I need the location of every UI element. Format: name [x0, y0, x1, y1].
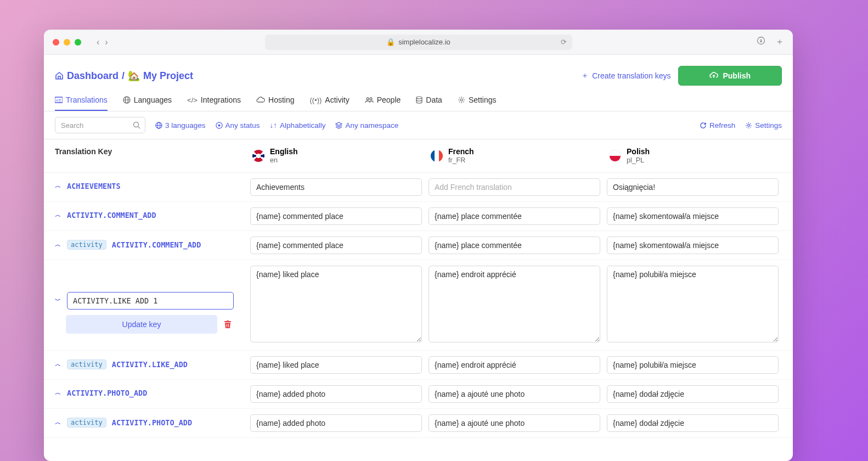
translation-en-input[interactable]: [250, 414, 422, 432]
flag-en-icon: [252, 150, 264, 162]
update-key-button[interactable]: Update key: [66, 315, 217, 334]
breadcrumb: Dashboard / 🏡 My Project: [55, 70, 193, 82]
translation-pl-input[interactable]: [607, 385, 779, 403]
chevron-up-icon[interactable]: ︿: [55, 211, 61, 219]
translation-pl-input[interactable]: [607, 356, 779, 374]
cloud-icon: [256, 97, 265, 103]
translation-pl-input[interactable]: [607, 414, 779, 432]
globe-icon: [123, 96, 131, 104]
translation-fr-input[interactable]: [429, 356, 600, 374]
tabs: A文 Translations Languages </> Integratio…: [44, 90, 793, 111]
filter-languages[interactable]: 3 languages: [155, 121, 206, 130]
tab-settings[interactable]: Settings: [458, 95, 497, 111]
breadcrumb-project[interactable]: My Project: [143, 70, 193, 82]
chevron-up-icon[interactable]: ︿: [55, 182, 61, 190]
broadcast-icon: ((•)): [309, 96, 322, 104]
translation-fr-textarea[interactable]: [429, 266, 600, 342]
project-emoji: 🏡: [128, 70, 140, 82]
publish-button[interactable]: Publish: [678, 66, 782, 86]
url-bar[interactable]: 🔒 simplelocalize.io ⟳: [265, 35, 572, 50]
translation-fr-input[interactable]: [429, 237, 600, 254]
table-row: ︿ ACTIVITY.PHOTO_ADD: [44, 380, 793, 409]
namespace-badge: activity: [67, 240, 106, 250]
key-name-input[interactable]: [67, 292, 234, 310]
new-tab-icon[interactable]: ＋: [775, 36, 784, 48]
key-cell[interactable]: ︿ ACHIEVEMENTS: [55, 178, 247, 190]
gear-icon: [745, 122, 752, 129]
key-cell[interactable]: ︿ activity ACTIVITY.PHOTO_ADD: [55, 414, 247, 428]
key-cell[interactable]: ︿ ACTIVITY.COMMENT_ADD: [55, 207, 247, 220]
translation-en-input[interactable]: [250, 356, 422, 374]
chevron-up-icon[interactable]: ︿: [55, 360, 61, 368]
sort-icon: ↓↑: [270, 121, 278, 130]
tab-people[interactable]: People: [365, 95, 401, 111]
flag-pl-icon: [609, 150, 621, 162]
tab-translations[interactable]: A文 Translations: [55, 95, 108, 111]
key-cell[interactable]: ︿ ACTIVITY.PHOTO_ADD: [55, 385, 247, 397]
key-cell-editing: ﹀ Update key: [55, 266, 247, 345]
settings-button[interactable]: Settings: [745, 121, 782, 130]
search-input[interactable]: Search: [55, 117, 145, 133]
translation-pl-input[interactable]: [607, 237, 779, 254]
translation-pl-textarea[interactable]: [607, 266, 779, 342]
table-row: ︿ ACTIVITY.COMMENT_ADD: [44, 202, 793, 231]
home-icon[interactable]: [55, 71, 64, 80]
key-cell[interactable]: ︿ activity ACTIVITY.LIKE_ADD: [55, 356, 247, 369]
filter-bar: Search 3 languages Any status ↓↑ Alphabe…: [44, 111, 793, 139]
translation-en-input[interactable]: [250, 385, 422, 403]
filter-sort[interactable]: ↓↑ Alphabetically: [270, 121, 326, 130]
browser-titlebar: ‹ › 🔒 simplelocalize.io ⟳ ＋: [44, 30, 793, 55]
plus-icon: ＋: [581, 71, 589, 81]
table-row: ︿ activity ACTIVITY.COMMENT_ADD: [44, 231, 793, 260]
breadcrumb-dashboard[interactable]: Dashboard: [67, 70, 119, 82]
lock-icon: 🔒: [386, 38, 395, 46]
table-row: ︿ ACHIEVEMENTS: [44, 173, 793, 202]
header-actions: ＋ Create translation keys Publish: [581, 66, 782, 86]
close-window-button[interactable]: [53, 39, 59, 46]
translation-fr-input[interactable]: [429, 207, 600, 225]
tab-integrations[interactable]: </> Integrations: [187, 95, 241, 111]
titlebar-right: ＋: [757, 36, 784, 48]
translation-en-input[interactable]: [250, 237, 422, 254]
filter-status[interactable]: Any status: [216, 121, 260, 130]
chevron-down-icon[interactable]: ﹀: [55, 296, 61, 305]
translation-fr-input[interactable]: [429, 178, 600, 196]
create-keys-button[interactable]: ＋ Create translation keys: [581, 71, 670, 81]
tab-activity[interactable]: ((•)) Activity: [309, 95, 349, 111]
translation-en-input[interactable]: [250, 207, 422, 225]
globe-icon: [155, 122, 162, 129]
svg-point-8: [460, 99, 463, 101]
database-icon: [416, 96, 422, 104]
translation-fr-input[interactable]: [429, 414, 600, 432]
chevron-up-icon[interactable]: ︿: [55, 418, 61, 426]
namespace-badge: activity: [67, 359, 106, 369]
code-icon: </>: [187, 96, 198, 104]
tab-hosting[interactable]: Hosting: [256, 95, 294, 111]
tab-languages[interactable]: Languages: [123, 95, 172, 111]
chevron-up-icon[interactable]: ︿: [55, 389, 61, 397]
key-cell[interactable]: ︿ activity ACTIVITY.COMMENT_ADD: [55, 237, 247, 250]
delete-key-button[interactable]: [222, 320, 234, 329]
chevron-up-icon[interactable]: ︿: [55, 240, 61, 249]
translation-en-textarea[interactable]: [250, 266, 422, 342]
back-button[interactable]: ‹: [97, 37, 99, 47]
column-key-header: Translation Key: [55, 147, 247, 165]
forward-button[interactable]: ›: [105, 37, 108, 47]
tab-data[interactable]: Data: [416, 95, 442, 111]
filter-namespace[interactable]: Any namespace: [335, 121, 398, 130]
breadcrumb-separator: /: [122, 70, 125, 82]
refresh-icon: [700, 122, 707, 129]
svg-point-14: [748, 124, 750, 126]
translation-pl-input[interactable]: [607, 178, 779, 196]
svg-point-13: [218, 125, 220, 126]
translation-en-input[interactable]: [250, 178, 422, 196]
downloads-icon[interactable]: [757, 36, 765, 48]
translations-icon: A文: [55, 97, 63, 103]
reload-icon[interactable]: ⟳: [561, 38, 567, 46]
maximize-window-button[interactable]: [75, 39, 81, 46]
translation-pl-input[interactable]: [607, 207, 779, 225]
minimize-window-button[interactable]: [64, 39, 70, 46]
refresh-button[interactable]: Refresh: [700, 121, 735, 130]
translation-fr-input[interactable]: [429, 385, 600, 403]
table-row-expanded: ﹀ Update key: [44, 260, 793, 351]
